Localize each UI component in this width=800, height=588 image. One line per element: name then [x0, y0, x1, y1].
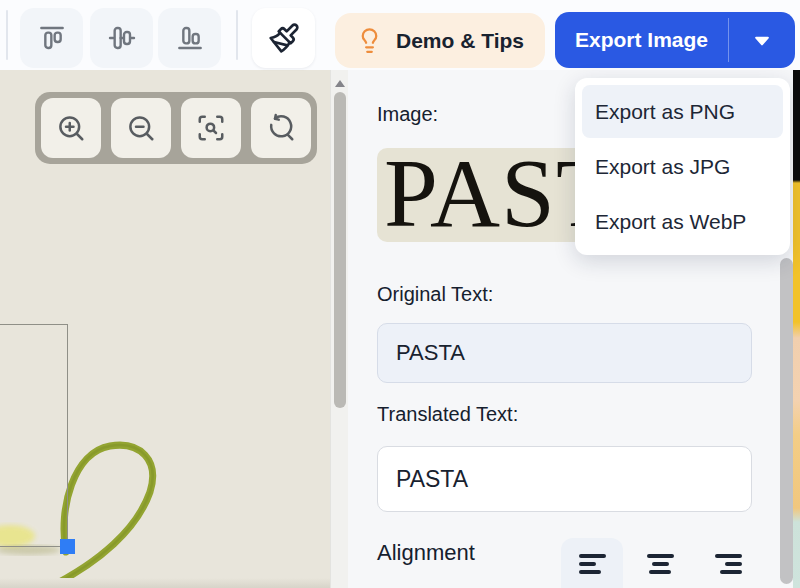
align-top-icon — [36, 22, 68, 54]
image-canvas[interactable] — [0, 70, 331, 588]
toolbar-divider — [6, 10, 8, 60]
align-bottom-button[interactable] — [158, 8, 221, 68]
scroll-up-arrow-icon[interactable] — [335, 80, 345, 87]
top-toolbar: Demo & Tips Export Image — [0, 0, 800, 70]
translated-text-input[interactable] — [377, 446, 752, 512]
align-left-icon — [579, 554, 606, 588]
alignment-label: Alignment — [377, 540, 475, 566]
export-image-button[interactable]: Export Image — [555, 12, 728, 68]
page-edge-image-sliver — [793, 70, 800, 588]
scan-search-icon — [196, 113, 226, 143]
align-middle-button[interactable] — [90, 8, 153, 68]
original-text-input[interactable] — [377, 323, 752, 383]
align-left-button[interactable] — [561, 538, 623, 588]
lightbulb-icon — [356, 27, 383, 54]
align-right-icon — [715, 554, 742, 588]
align-bottom-icon — [174, 22, 206, 54]
canvas-zoom-toolbar — [35, 92, 317, 164]
original-text-label: Original Text: — [377, 283, 493, 306]
demo-tips-button[interactable]: Demo & Tips — [335, 13, 545, 68]
export-dropdown-menu: Export as PNG Export as JPG Export as We… — [575, 78, 790, 255]
align-center-button[interactable] — [629, 538, 691, 588]
align-right-button[interactable] — [697, 538, 759, 588]
zoom-out-button[interactable] — [111, 98, 171, 158]
translated-text-label: Translated Text: — [377, 403, 518, 426]
paintbrush-icon — [268, 22, 300, 54]
reset-zoom-icon — [266, 113, 296, 143]
toolbar-divider — [236, 10, 238, 60]
zoom-in-button[interactable] — [41, 98, 101, 158]
canvas-scrollbar[interactable] — [330, 70, 348, 588]
menu-item-export-webp[interactable]: Export as WebP — [582, 195, 783, 248]
canvas-scrollbar-thumb[interactable] — [334, 92, 346, 408]
export-dropdown-toggle[interactable] — [729, 12, 795, 68]
inpaint-brush-button[interactable] — [252, 8, 315, 68]
caret-down-icon — [751, 29, 773, 51]
demo-tips-label: Demo & Tips — [396, 29, 524, 53]
align-middle-icon — [106, 22, 138, 54]
image-label: Image: — [377, 103, 438, 126]
fit-view-button[interactable] — [181, 98, 241, 158]
export-image-split-button[interactable]: Export Image — [555, 12, 795, 68]
menu-item-export-jpg[interactable]: Export as JPG — [582, 140, 783, 193]
align-top-button[interactable] — [20, 8, 83, 68]
canvas-bottom-shade — [0, 578, 331, 588]
reset-zoom-button[interactable] — [251, 98, 311, 158]
zoom-out-icon — [126, 113, 156, 143]
selection-resize-handle[interactable] — [60, 539, 75, 554]
menu-item-export-png[interactable]: Export as PNG — [582, 85, 783, 138]
panel-scrollbar-thumb[interactable] — [780, 258, 793, 584]
selection-rectangle[interactable] — [0, 324, 68, 547]
align-center-icon — [647, 554, 674, 588]
zoom-in-icon — [56, 113, 86, 143]
